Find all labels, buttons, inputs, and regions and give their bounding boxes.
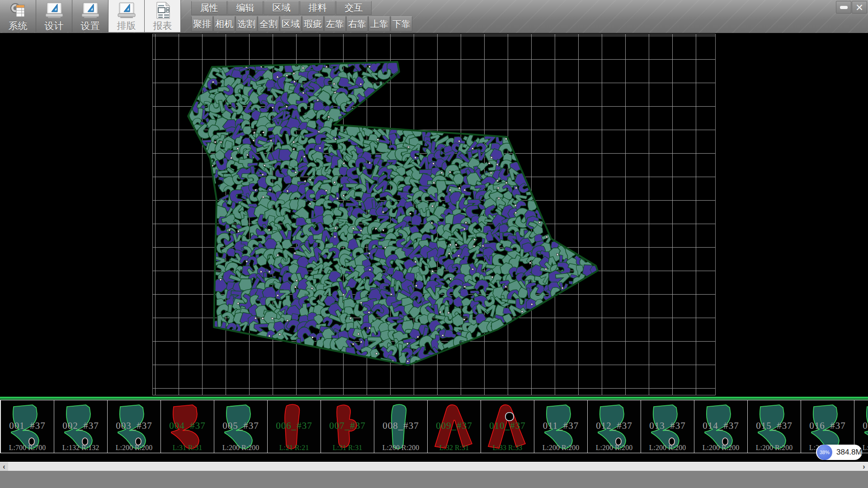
piece-thumbnail[interactable]: 014_#37 L:200 R:200 xyxy=(694,400,748,453)
status-bar xyxy=(0,471,868,488)
piece-id-label: 009_#37 xyxy=(428,420,481,432)
tool-defect[interactable]: 瑕疵 xyxy=(302,16,324,32)
piece-thumbnail[interactable]: 011_#37 L:200 R:200 xyxy=(534,400,588,453)
piece-id-label: 004_#37 xyxy=(161,420,214,432)
application-window: 系统 设计 设置 排版 xyxy=(0,0,868,488)
piece-thumbnail[interactable]: 010_#37 L:33 R:33 xyxy=(481,400,534,453)
piece-lr-label: L:31 R:31 xyxy=(321,444,374,452)
app-tab-label: 系统 xyxy=(9,20,28,32)
piece-thumbnail[interactable]: 012_#37 L:200 R:200 xyxy=(588,400,641,453)
piece-thumbnail[interactable]: 002_#37 L:132 R:132 xyxy=(54,400,108,453)
tool-cut-all[interactable]: 全割 xyxy=(258,16,279,32)
piece-lr-label: L:200 R:200 xyxy=(374,444,427,452)
piece-thumbnail[interactable]: 001_#37 L:700 R:700 xyxy=(1,400,54,453)
tool-camera[interactable]: 相机 xyxy=(213,16,235,32)
piece-thumbnail[interactable]: 004_#37 L:31 R:31 xyxy=(161,400,214,453)
minimize-icon xyxy=(840,6,848,9)
piece-lr-label: L:200 R:200 xyxy=(588,444,641,452)
piece-id-label: 011_#37 xyxy=(534,420,587,432)
piece-lr-label: L:200 R:200 xyxy=(108,444,160,452)
set-square-icon xyxy=(80,2,100,19)
menu-properties[interactable]: 属性 xyxy=(191,1,227,15)
scroll-right-button[interactable]: › xyxy=(860,462,868,471)
canvas-area xyxy=(0,34,868,397)
piece-id-label: 010_#37 xyxy=(481,420,534,432)
app-tab-label: 报表 xyxy=(153,20,172,32)
piece-lr-label: L:700 R:700 xyxy=(1,444,54,452)
tool-snap-right[interactable]: 右靠 xyxy=(346,16,368,32)
app-tab-nesting[interactable]: 排版 xyxy=(108,0,145,32)
piece-lr-label: L:200 R:200 xyxy=(214,444,267,452)
piece-thumbnail[interactable]: 015_#37 L:200 R:200 xyxy=(748,400,801,453)
close-button[interactable]: ✕ xyxy=(852,1,867,14)
window-controls: ✕ xyxy=(836,1,867,14)
minimize-button[interactable] xyxy=(836,1,851,14)
piece-thumbnail[interactable]: 006_#37 L:21 R:21 xyxy=(268,400,321,453)
menu-interaction[interactable]: 交互 xyxy=(336,1,372,15)
piece-id-label: 003_#37 xyxy=(108,420,160,432)
piece-id-label: 007_#37 xyxy=(321,420,374,432)
tool-cluster-nest[interactable]: 聚排 xyxy=(191,16,213,32)
piece-thumbnail[interactable]: 009_#37 L:32 R:31 xyxy=(428,400,481,453)
piece-id-label: 016_#37 xyxy=(801,420,854,432)
gear-table-icon xyxy=(9,1,28,19)
piece-thumbnail[interactable]: 007_#37 L:31 R:31 xyxy=(321,400,374,453)
app-tab-label: 排版 xyxy=(117,20,136,32)
piece-lr-label: L:21 R:21 xyxy=(268,444,321,452)
nesting-canvas[interactable] xyxy=(152,34,716,395)
tool-snap-top[interactable]: 上靠 xyxy=(368,16,390,32)
tool-region[interactable]: 区域 xyxy=(280,16,302,32)
piece-id-label: 015_#37 xyxy=(748,420,801,432)
piece-id-label: 006_#37 xyxy=(268,420,321,432)
toolbar: 聚排相机选割全割区域瑕疵左靠右靠上靠下靠 xyxy=(191,16,413,32)
set-square-icon xyxy=(44,2,64,19)
app-tab-design[interactable]: 设计 xyxy=(36,0,72,32)
piece-lr-label: L:132 R:132 xyxy=(54,444,107,452)
nesting-canvas-svg xyxy=(152,34,716,395)
progress-percent: 38% xyxy=(820,450,830,455)
piece-lr-label: L:200 R:200 xyxy=(534,444,587,452)
piece-thumbnail[interactable]: 013_#37 L:200 R:200 xyxy=(641,400,694,453)
piece-lr-label: L:200 R:200 xyxy=(694,444,747,452)
piece-id-label: 017_#37 xyxy=(854,420,868,432)
tool-snap-left[interactable]: 左靠 xyxy=(324,16,346,32)
piece-lr-label: L:31 R:31 xyxy=(161,444,214,452)
piece-id-label: 002_#37 xyxy=(54,420,107,432)
tool-select-cut[interactable]: 选割 xyxy=(236,16,257,32)
piece-id-label: 013_#37 xyxy=(641,420,694,432)
app-tab-system[interactable]: 系统 xyxy=(0,0,36,32)
piece-lr-label: L:32 R:31 xyxy=(428,444,481,452)
menu-edit[interactable]: 编辑 xyxy=(227,1,263,15)
menu-region[interactable]: 区域 xyxy=(264,1,299,15)
strip-divider xyxy=(0,397,868,400)
piece-id-label: 012_#37 xyxy=(588,420,641,432)
set-square-icon xyxy=(117,2,137,19)
memory-usage: 384.8M xyxy=(836,448,862,457)
app-tab-report[interactable]: 报表 xyxy=(145,0,181,32)
report-doc-icon xyxy=(154,1,172,19)
close-icon: ✕ xyxy=(855,3,863,12)
scroll-left-button[interactable]: ‹ xyxy=(0,462,8,471)
app-tab-bar: 系统 设计 设置 排版 xyxy=(0,0,181,32)
title-bar: 系统 设计 设置 排版 xyxy=(0,0,868,34)
piece-thumbnail[interactable]: 003_#37 L:200 R:200 xyxy=(108,400,161,453)
piece-thumbnail[interactable]: 005_#37 L:200 R:200 xyxy=(214,400,268,453)
progress-percent-badge: 38% xyxy=(817,445,832,460)
piece-id-label: 008_#37 xyxy=(374,420,427,432)
piece-thumbnail[interactable]: 008_#37 L:200 R:200 xyxy=(374,400,428,453)
piece-lr-label: L:200 R:200 xyxy=(748,444,801,452)
piece-id-label: 014_#37 xyxy=(694,420,747,432)
tool-snap-bottom[interactable]: 下靠 xyxy=(391,16,412,32)
app-tab-settings[interactable]: 设置 xyxy=(72,0,108,32)
menu-bar: 属性编辑区域排料交互 xyxy=(191,1,372,15)
app-tab-label: 设计 xyxy=(45,20,64,32)
horizontal-scrollbar[interactable]: ‹ › xyxy=(0,462,868,471)
app-tab-label: 设置 xyxy=(81,20,100,32)
piece-id-label: 001_#37 xyxy=(1,420,54,432)
piece-lr-label: L:33 R:33 xyxy=(481,444,534,452)
piece-thumbnail-strip: 001_#37 L:700 R:700 002_#37 L:132 R:132 … xyxy=(0,400,868,453)
menu-nest-material[interactable]: 排料 xyxy=(300,1,335,15)
piece-id-label: 005_#37 xyxy=(214,420,267,432)
progress-badge: 38% 384.8M xyxy=(816,445,862,460)
piece-lr-label: L:200 R:200 xyxy=(641,444,694,452)
